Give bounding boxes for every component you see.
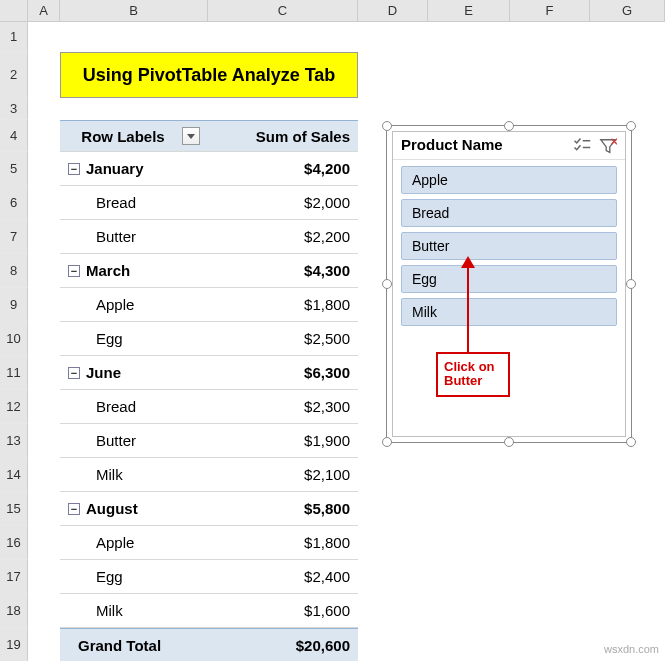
- slicer-body: AppleBreadButterEggMilk: [393, 160, 625, 337]
- pivot-item[interactable]: Egg: [60, 322, 208, 356]
- annotation-callout: Click on Butter: [436, 352, 510, 397]
- callout-text: Click on Butter: [444, 359, 495, 388]
- column-header[interactable]: D: [358, 0, 428, 21]
- row-header[interactable]: 14: [0, 458, 28, 492]
- row-header[interactable]: 19: [0, 628, 28, 661]
- column-header[interactable]: G: [590, 0, 665, 21]
- item-name: Bread: [68, 194, 136, 211]
- row-header[interactable]: 9: [0, 288, 28, 322]
- row-header[interactable]: 17: [0, 560, 28, 594]
- resize-handle[interactable]: [504, 121, 514, 131]
- pivot-item[interactable]: Bread: [60, 186, 208, 220]
- month-label: June: [86, 364, 121, 381]
- pivot-item[interactable]: Milk: [60, 458, 208, 492]
- resize-handle[interactable]: [382, 121, 392, 131]
- row-labels-text: Row Labels: [68, 128, 178, 145]
- pivot-item-value: $1,600: [208, 594, 358, 628]
- column-header[interactable]: [0, 0, 28, 21]
- item-name: Bread: [68, 398, 136, 415]
- pivot-grand-total-label: Grand Total: [60, 628, 208, 661]
- pivot-item-value: $1,900: [208, 424, 358, 458]
- pivot-item-value: $2,500: [208, 322, 358, 356]
- slicer-item-milk[interactable]: Milk: [401, 298, 617, 326]
- row-header[interactable]: 1: [0, 22, 28, 52]
- clear-filter-icon[interactable]: [599, 137, 617, 153]
- pivot-item-value: $2,400: [208, 560, 358, 594]
- row-header[interactable]: 3: [0, 98, 28, 120]
- pivot-item-value: $1,800: [208, 288, 358, 322]
- month-label: August: [86, 500, 138, 517]
- pivot-month-subtotal: $6,300: [208, 356, 358, 390]
- pivot-month-subtotal: $4,200: [208, 152, 358, 186]
- slicer-toolbar: [573, 137, 617, 153]
- pivot-item-value: $2,200: [208, 220, 358, 254]
- item-name: Egg: [68, 568, 123, 585]
- row-header[interactable]: 6: [0, 186, 28, 220]
- pivot-item[interactable]: Apple: [60, 526, 208, 560]
- collapse-icon[interactable]: −: [68, 265, 80, 277]
- month-label: January: [86, 160, 144, 177]
- collapse-icon[interactable]: −: [68, 367, 80, 379]
- resize-handle[interactable]: [626, 437, 636, 447]
- row-header[interactable]: 8: [0, 254, 28, 288]
- month-label: March: [86, 262, 130, 279]
- column-header[interactable]: E: [428, 0, 510, 21]
- column-header[interactable]: A: [28, 0, 60, 21]
- slicer-item-apple[interactable]: Apple: [401, 166, 617, 194]
- row-header[interactable]: 12: [0, 390, 28, 424]
- pivot-item[interactable]: Bread: [60, 390, 208, 424]
- watermark: wsxdn.com: [604, 643, 659, 655]
- collapse-icon[interactable]: −: [68, 503, 80, 515]
- column-header[interactable]: C: [208, 0, 358, 21]
- slicer-item-butter[interactable]: Butter: [401, 232, 617, 260]
- pivot-item-value: $2,300: [208, 390, 358, 424]
- pivot-item[interactable]: Butter: [60, 424, 208, 458]
- row-header[interactable]: 2: [0, 52, 28, 98]
- pivot-item-value: $2,000: [208, 186, 358, 220]
- resize-handle[interactable]: [382, 279, 392, 289]
- pivot-month-june[interactable]: −June: [60, 356, 208, 390]
- item-name: Butter: [68, 432, 136, 449]
- title-text: Using PivotTable Analyze Tab: [83, 65, 336, 86]
- slicer-item-egg[interactable]: Egg: [401, 265, 617, 293]
- slicer-item-bread[interactable]: Bread: [401, 199, 617, 227]
- row-header[interactable]: 15: [0, 492, 28, 526]
- row-labels-dropdown-icon[interactable]: [182, 127, 200, 145]
- item-name: Egg: [68, 330, 123, 347]
- row-header[interactable]: 5: [0, 152, 28, 186]
- multi-select-icon[interactable]: [573, 137, 591, 153]
- pivot-item[interactable]: Egg: [60, 560, 208, 594]
- pivot-month-january[interactable]: −January: [60, 152, 208, 186]
- pivot-item[interactable]: Milk: [60, 594, 208, 628]
- pivot-month-march[interactable]: −March: [60, 254, 208, 288]
- column-header[interactable]: B: [60, 0, 208, 21]
- row-header[interactable]: 11: [0, 356, 28, 390]
- row-header[interactable]: 10: [0, 322, 28, 356]
- row-header[interactable]: 13: [0, 424, 28, 458]
- row-header[interactable]: 16: [0, 526, 28, 560]
- resize-handle[interactable]: [626, 121, 636, 131]
- pivot-header-sum: Sum of Sales: [208, 120, 358, 152]
- row-header[interactable]: 7: [0, 220, 28, 254]
- pivot-grand-total-value: $20,600: [208, 628, 358, 661]
- resize-handle[interactable]: [504, 437, 514, 447]
- item-name: Butter: [68, 228, 136, 245]
- resize-handle[interactable]: [382, 437, 392, 447]
- collapse-icon[interactable]: −: [68, 163, 80, 175]
- pivot-month-subtotal: $5,800: [208, 492, 358, 526]
- page-title: Using PivotTable Analyze Tab: [60, 52, 358, 98]
- resize-handle[interactable]: [626, 279, 636, 289]
- pivot-item-value: $1,800: [208, 526, 358, 560]
- spreadsheet-grid: ABCDEFG 12345678910111213141516171819 Us…: [0, 0, 665, 661]
- row-header[interactable]: 4: [0, 120, 28, 152]
- pivot-item-value: $2,100: [208, 458, 358, 492]
- item-name: Milk: [68, 466, 123, 483]
- row-header[interactable]: 18: [0, 594, 28, 628]
- column-header[interactable]: F: [510, 0, 590, 21]
- pivot-month-august[interactable]: −August: [60, 492, 208, 526]
- item-name: Apple: [68, 534, 134, 551]
- item-name: Milk: [68, 602, 123, 619]
- pivot-item[interactable]: Butter: [60, 220, 208, 254]
- pivot-item[interactable]: Apple: [60, 288, 208, 322]
- pivot-header-row-labels[interactable]: Row Labels: [60, 120, 208, 152]
